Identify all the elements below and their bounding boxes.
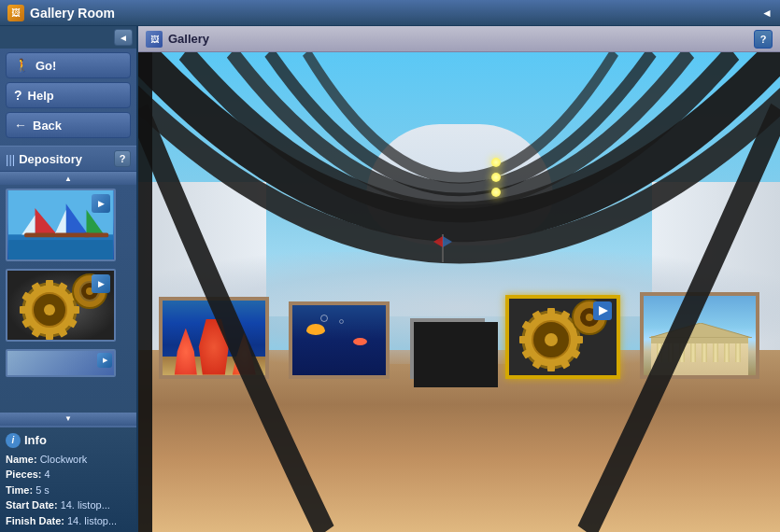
info-finish-label: Finish Date: [6, 513, 64, 529]
info-start-label: Start Date: [6, 497, 58, 513]
svg-rect-44 [519, 336, 529, 343]
thumb-play-gears[interactable]: ▶ [92, 274, 110, 293]
help-icon: ? [14, 88, 22, 103]
gallery-view [138, 52, 780, 532]
app-title: Gallery Room [30, 6, 115, 21]
info-start-row: Start Date: 14. listop... [6, 497, 131, 513]
light-3 [491, 188, 501, 197]
svg-point-34 [545, 333, 558, 346]
artwork-empty[interactable] [410, 318, 485, 379]
depository-icon: ||| [6, 152, 15, 166]
main-layout: ◄ 🚶 Go! ? Help ← Back ||| Depository ? [0, 26, 780, 532]
title-bar-left: 🖼 Gallery Room [7, 5, 115, 21]
go-icon: 🚶 [14, 58, 30, 73]
svg-rect-38 [574, 336, 583, 343]
artwork-coral[interactable] [159, 297, 269, 379]
info-name-label: Name: [6, 452, 37, 468]
info-time-value: 5 s [35, 483, 50, 498]
depository-title-row: ||| Depository [6, 152, 82, 166]
help-button[interactable]: ? Help [6, 82, 131, 108]
info-time-row: Time: 5 s [6, 483, 131, 498]
info-panel: i Info Name: Clockwork Pieces: 4 Time: 5… [0, 426, 136, 533]
info-name-row: Name: Clockwork [6, 452, 131, 468]
nav-buttons: 🚶 Go! ? Help ← Back [0, 49, 136, 142]
thumbnail-gears[interactable]: ▶ [6, 269, 116, 342]
thumb-play-partial[interactable]: ▶ [97, 353, 112, 368]
info-pieces-value: 4 [45, 467, 50, 483]
title-bar: 🖼 Gallery Room ◄ [0, 0, 780, 26]
depository-help-button[interactable]: ? [114, 150, 131, 167]
gallery-icon: 🖼 [146, 31, 163, 48]
svg-rect-8 [24, 233, 55, 238]
scene-container [138, 52, 780, 532]
info-pieces-row: Pieces: 4 [6, 467, 131, 483]
artwork-parthenon[interactable] [640, 292, 759, 379]
artwork-underwater[interactable] [289, 301, 390, 379]
artwork-gears[interactable] [505, 295, 620, 379]
gallery-panel: 🖼 Gallery ? [138, 26, 780, 532]
svg-marker-54 [443, 236, 452, 247]
artworks-row [138, 292, 780, 379]
back-label: Back [33, 119, 62, 133]
svg-point-15 [44, 304, 55, 315]
info-finish-value: 14. listop... [67, 513, 117, 529]
thumbnail-partial[interactable]: ▶ [6, 349, 116, 377]
gallery-toolbar-left: 🖼 Gallery [146, 31, 209, 48]
light-1 [491, 158, 501, 167]
svg-rect-19 [70, 306, 79, 314]
svg-rect-35 [547, 308, 555, 317]
dome-structure [366, 124, 553, 245]
thumb-play-sailboat[interactable]: ▶ [92, 194, 110, 213]
back-icon: ← [14, 118, 27, 133]
info-header: i Info [6, 433, 131, 448]
info-icon: i [6, 433, 21, 448]
info-start-value: 14. listop... [61, 497, 110, 513]
light-2 [491, 173, 501, 182]
go-label: Go! [35, 59, 56, 73]
sidebar-collapse-row: ◄ [0, 26, 136, 49]
depository-title: Depository [19, 152, 82, 166]
depository-header: ||| Depository ? [0, 146, 136, 172]
info-title: Info [24, 433, 47, 447]
scroll-down-button[interactable]: ▼ [0, 413, 136, 426]
svg-rect-10 [84, 233, 109, 238]
thumbnail-sailboat[interactable]: ▶ [6, 189, 116, 261]
scroll-up-button[interactable]: ▲ [0, 172, 136, 185]
thumbnail-scroll[interactable]: ▶ [0, 185, 136, 413]
back-button[interactable]: ← Back [6, 112, 131, 138]
info-pieces-label: Pieces: [6, 467, 42, 483]
sidebar: ◄ 🚶 Go! ? Help ← Back ||| Depository ? [0, 26, 138, 532]
gallery-title: Gallery [168, 32, 209, 46]
svg-rect-16 [46, 280, 53, 289]
svg-point-49 [586, 314, 593, 321]
help-label: Help [28, 89, 54, 103]
app-icon: 🖼 [7, 5, 24, 21]
title-bar-arrow[interactable]: ◄ [761, 7, 773, 20]
svg-rect-22 [46, 330, 53, 340]
svg-marker-55 [433, 236, 443, 247]
svg-rect-25 [20, 306, 29, 314]
flag-detail [433, 234, 452, 266]
thumbnail-list: ▲ [0, 172, 136, 426]
dome-lights [491, 158, 501, 203]
info-name-value: Clockwork [40, 452, 88, 468]
svg-rect-41 [547, 362, 555, 371]
collapse-button[interactable]: ◄ [114, 29, 133, 46]
info-finish-row: Finish Date: 14. listop... [6, 513, 131, 529]
gallery-help-button[interactable]: ? [754, 30, 773, 49]
svg-marker-52 [649, 323, 752, 338]
go-button[interactable]: 🚶 Go! [6, 52, 131, 78]
info-time-label: Time: [6, 483, 33, 498]
info-rows: Name: Clockwork Pieces: 4 Time: 5 s Star… [6, 452, 131, 529]
gallery-toolbar: 🖼 Gallery ? [138, 26, 780, 52]
